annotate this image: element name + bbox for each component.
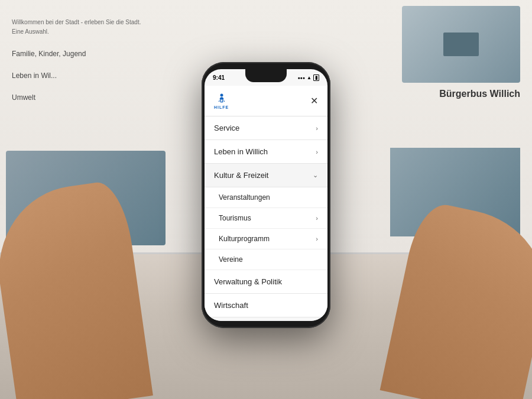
close-button[interactable]: ✕ bbox=[310, 95, 318, 106]
chevron-right-icon: › bbox=[316, 125, 318, 132]
svg-line-2 bbox=[223, 100, 225, 102]
phone-screen: 9:41 ●●● ▲ ▮ HILFE ✕ bbox=[205, 69, 327, 321]
app-logo-text: HILFE bbox=[214, 105, 229, 109]
menu-list: Service › Leben in Willich › Kultur & Fr… bbox=[205, 116, 327, 321]
chevron-right-icon-tourismus: › bbox=[316, 215, 318, 222]
menu-item-verwaltung-label: Verwaltung & Politik bbox=[214, 277, 282, 286]
menu-sub-item-tourismus[interactable]: Tourismus › bbox=[205, 208, 327, 229]
menu-sub-item-kulturprogramm-label: Kulturprogramm bbox=[219, 235, 270, 243]
menu-item-kultur-label: Kultur & Freizeit bbox=[214, 171, 268, 180]
menu-sub-item-veranstaltungen[interactable]: Veranstaltungen bbox=[205, 187, 327, 208]
svg-line-1 bbox=[219, 100, 220, 102]
chevron-down-icon: ⌄ bbox=[313, 171, 318, 179]
menu-item-service-label: Service bbox=[214, 124, 239, 132]
desktop-item-2: Leben in Wil... bbox=[12, 70, 177, 82]
desktop-label-burgerbus: Bürgerbus Willich bbox=[439, 89, 520, 99]
menu-item-kultur[interactable]: Kultur & Freizeit ⌄ bbox=[205, 164, 327, 187]
menu-sub-item-kulturprogramm[interactable]: Kulturprogramm › bbox=[205, 229, 327, 249]
app-logo: HILFE bbox=[214, 92, 229, 109]
phone-notch bbox=[245, 69, 287, 82]
chevron-right-icon-kulturprogramm: › bbox=[316, 235, 318, 242]
menu-item-leben[interactable]: Leben in Willich › bbox=[205, 140, 327, 164]
status-icons: ●●● ▲ ▮ bbox=[297, 74, 319, 81]
svg-point-0 bbox=[220, 94, 223, 97]
links-section: ► Telefonverzeichnis ► Service-Portal ► … bbox=[205, 317, 327, 321]
menu-item-wirtschaft[interactable]: Wirtschaft bbox=[205, 294, 327, 317]
menu-sub-item-vereine-label: Vereine bbox=[219, 255, 243, 264]
menu-sub-item-vereine[interactable]: Vereine bbox=[205, 249, 327, 270]
desktop-left-content: Willkommen bei der Stadt - erleben Sie d… bbox=[12, 18, 177, 115]
app-header: HILFE ✕ bbox=[205, 86, 327, 116]
battery-icon: ▮ bbox=[313, 74, 319, 81]
menu-item-service[interactable]: Service › bbox=[205, 116, 327, 140]
desktop-image-top-right bbox=[402, 6, 520, 83]
hilfe-logo-icon bbox=[216, 92, 228, 104]
wifi-icon: ▲ bbox=[307, 75, 312, 80]
signal-icon: ●●● bbox=[297, 76, 305, 80]
desktop-item-1: Familie, Kinder, Jugend bbox=[12, 48, 177, 60]
menu-item-leben-label: Leben in Willich bbox=[214, 147, 268, 156]
desktop-item-3: Umwelt bbox=[12, 92, 177, 103]
status-time: 9:41 bbox=[213, 74, 225, 81]
menu-sub-item-veranstaltungen-label: Veranstaltungen bbox=[219, 193, 270, 202]
chevron-right-icon-2: › bbox=[316, 148, 318, 155]
phone: 9:41 ●●● ▲ ▮ HILFE ✕ bbox=[202, 62, 330, 328]
menu-sub-item-tourismus-label: Tourismus bbox=[219, 214, 251, 222]
menu-item-verwaltung[interactable]: Verwaltung & Politik bbox=[205, 270, 327, 294]
menu-item-wirtschaft-label: Wirtschaft bbox=[214, 301, 248, 310]
